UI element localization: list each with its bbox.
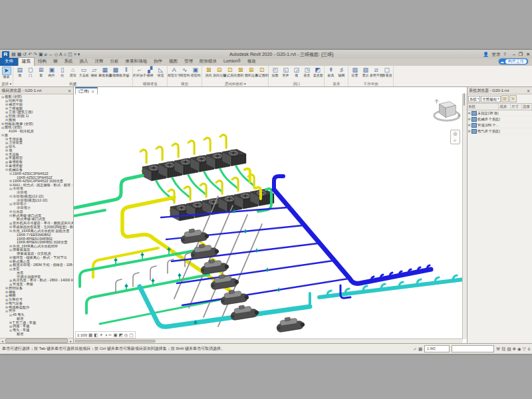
link-icon[interactable]: ⛓ [501, 346, 506, 352]
user-icon[interactable]: 👤 [483, 52, 489, 57]
ribbon-button-竖井[interactable]: ◱竖井 [281, 66, 291, 78]
ribbon-button-设置[interactable]: ▨设置 [350, 66, 360, 78]
discipline-dropdown[interactable]: 全部规程▾ [481, 96, 500, 102]
view-dropdown[interactable]: 系统▾ [468, 96, 480, 102]
ribbon-tab-视图[interactable]: 视图 [166, 58, 181, 66]
press-drag-icon[interactable]: ✥ [513, 346, 516, 352]
plugin-pill-button[interactable]: ☁ 构件上传 [499, 59, 528, 65]
ribbon-button-墙[interactable]: ▤墙 [15, 66, 25, 78]
section-icon[interactable]: ◫ [68, 51, 72, 57]
editable-only-icon[interactable]: ⚒ [496, 346, 500, 352]
show-crop-icon[interactable]: ▣ [114, 332, 118, 338]
ribbon-tab-注释[interactable]: 注释 [92, 58, 107, 66]
expander-icon[interactable]: ⊞ [467, 111, 471, 115]
ribbon-button-按面[interactable]: ◰按面 [270, 66, 280, 78]
ribbon-button-修改[interactable]: ➤修改 [1, 66, 11, 79]
ribbon-button-墙[interactable]: ◲墙 [291, 66, 301, 78]
zoom-icon[interactable]: ⌕ [454, 138, 457, 143]
navigation-bar[interactable]: ◎⌕ [450, 130, 460, 144]
ribbon-button-面积边界[interactable]: ⊞面积边界 [246, 66, 256, 78]
steering-wheel-icon[interactable]: ◎ [453, 131, 457, 136]
ribbon-button-面积[interactable]: ⊠面积 [235, 66, 245, 78]
temporary-hide-icon[interactable]: ◩ [119, 332, 123, 338]
canvas-vscrollbar[interactable] [462, 94, 467, 339]
ribbon-button-查看器[interactable]: ▢查看器 [382, 66, 392, 78]
help-icon[interactable]: ? [503, 52, 506, 57]
save-icon[interactable]: ▦ [17, 51, 22, 57]
ribbon-button-屋顶[interactable]: ⌂屋顶 [68, 66, 78, 78]
view-tab-close-icon[interactable]: ✕ [91, 89, 94, 94]
exclude-options-icon[interactable]: ▧ [507, 346, 511, 352]
autofit-columns-icon[interactable]: ▥ [501, 95, 509, 102]
ribbon-button-模型组[interactable]: ▣模型组 [190, 66, 200, 78]
close-icon[interactable]: ✕ [67, 88, 72, 93]
ribbon-tab-Lumion®[interactable]: Lumion® [220, 58, 244, 66]
ribbon-tab-修改[interactable]: 修改 [244, 58, 259, 66]
view-tab-3d[interactable]: {三维} ✕ [75, 87, 98, 94]
ribbon-button-门[interactable]: ◻门 [25, 66, 35, 78]
ribbon-button-坡道[interactable]: ◺坡道 [156, 66, 166, 78]
tag-icon[interactable]: ◇ [55, 51, 58, 57]
system-row[interactable]: ⊞未指定(38 项) [467, 110, 532, 116]
minimize-button[interactable]: – [513, 52, 515, 57]
close-button[interactable]: ✕ [526, 52, 530, 57]
sign-in-link[interactable]: 登录 [491, 51, 501, 58]
text-icon[interactable]: A [59, 51, 63, 57]
close-icon[interactable]: ✕ [526, 88, 531, 93]
ribbon-button-栏杆扶手[interactable]: ⌐栏杆扶手 [134, 66, 144, 78]
ribbon-tab-插入[interactable]: 插入 [76, 58, 92, 66]
sync-icon[interactable]: ↺ [23, 51, 27, 57]
ribbon-tab-系统[interactable]: 系统 [61, 58, 76, 66]
expander-icon[interactable]: ⊞ [467, 129, 471, 133]
workset-icon[interactable]: ▦ [418, 346, 422, 352]
expander-icon[interactable]: ⊞ [467, 123, 471, 127]
ribbon-button-标记房间[interactable]: ⊡标记房间 [225, 66, 235, 78]
system-row[interactable]: ⊞管道(189 个… [467, 122, 532, 128]
visual-style-icon[interactable]: ◧ [94, 332, 98, 338]
project-browser-hscrollbar[interactable]: ◂▸ [0, 338, 73, 343]
ribbon-tab-分析[interactable]: 分析 [107, 58, 122, 66]
redo-icon[interactable]: ↷ [33, 51, 37, 57]
ribbon-tab-管理[interactable]: 管理 [181, 58, 196, 66]
undo-icon[interactable]: ↶ [28, 51, 32, 57]
file-tab[interactable]: 文件 [0, 58, 18, 66]
ribbon-button-楼梯[interactable]: ▞楼梯 [145, 66, 155, 78]
ribbon-tab-协作[interactable]: 协作 [150, 58, 166, 66]
print-icon[interactable]: ▣ [39, 51, 43, 57]
ribbon-button-天花板[interactable]: ▭天花板 [78, 66, 88, 78]
maximize-button[interactable]: ❐ [519, 52, 523, 57]
background-process-icon[interactable]: ◉ [517, 346, 521, 352]
ribbon-button-标记面积[interactable]: ⊡标记面积 [257, 66, 267, 78]
ribbon-button-窗[interactable]: ⊞窗 [36, 66, 46, 78]
ribbon-tab-附加模块[interactable]: 附加模块 [196, 58, 220, 66]
ribbon-button-房间[interactable]: ⊠房间 [203, 66, 213, 78]
ribbon-button-模型线[interactable]: ∿模型线 [180, 66, 190, 78]
ribbon-tab-结构[interactable]: 结构 [35, 58, 50, 66]
ribbon-button-标高[interactable]: ⇞标高 [326, 66, 336, 78]
drawing-area[interactable]: {三维} ✕ [74, 87, 467, 343]
revit-logo-icon[interactable]: R [2, 51, 9, 58]
filter-icon[interactable]: ▽ [523, 346, 526, 352]
worksharing-icon[interactable]: ✓ [413, 346, 416, 352]
ribbon-button-幕墙网格[interactable]: ▩幕墙网格 [110, 66, 120, 78]
crop-view-icon[interactable]: ✂ [108, 332, 112, 338]
system-row[interactable]: ⊞机械(8 个系统) [467, 116, 532, 122]
constraints-icon[interactable]: ▢ [130, 332, 134, 338]
sun-path-icon[interactable]: ☀ [99, 332, 103, 338]
canvas-hscrollbar[interactable] [74, 338, 463, 343]
ribbon-button-模型文字[interactable]: A模型文字 [169, 66, 179, 78]
ribbon-button-幕墙系统[interactable]: ▦幕墙系统 [100, 66, 110, 78]
ribbon-tab-钢[interactable]: 钢 [50, 58, 61, 66]
measure-icon[interactable]: ⌀ [45, 51, 47, 57]
thin-lines-icon[interactable]: ≡ [74, 51, 76, 57]
ribbon-tab-体量和场地[interactable]: 体量和场地 [122, 58, 151, 66]
ribbon-tab-建筑[interactable]: 建筑 [18, 57, 35, 66]
ribbon-button-竖梃[interactable]: ‖竖梃 [121, 66, 131, 78]
ribbon-button-构件[interactable]: ▣构件 [47, 66, 57, 78]
tree-item[interactable]: 标准 [0, 332, 73, 336]
ribbon-button-楼板[interactable]: ▱楼板 [89, 66, 99, 78]
dimension-icon[interactable]: ↔ [49, 51, 53, 57]
ribbon-button-房间分隔[interactable]: ⊟房间分隔 [214, 66, 224, 78]
ribbon-button-柱[interactable]: ▯柱 [57, 66, 67, 78]
ribbon-button-参照平面[interactable]: ⧄参照平面 [371, 66, 381, 78]
